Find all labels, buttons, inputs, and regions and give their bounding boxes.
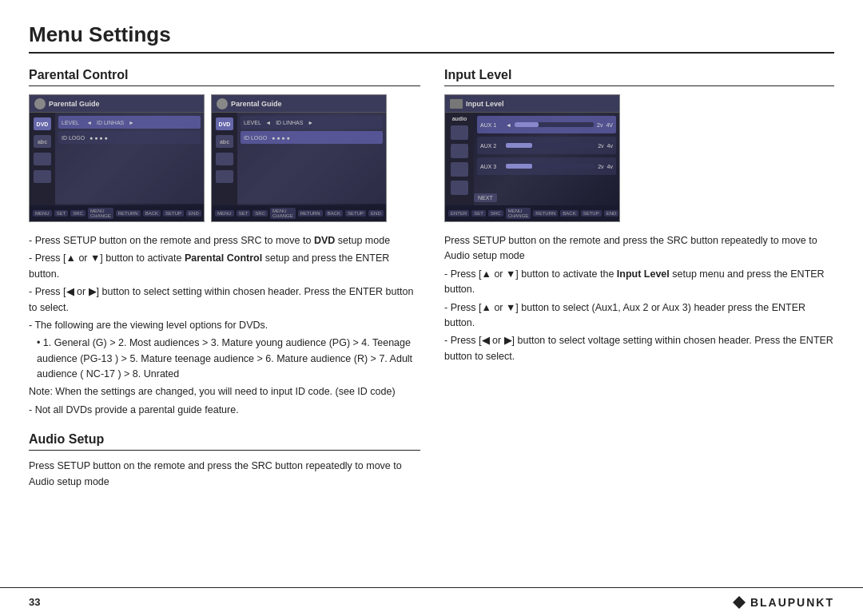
pg-content-1: LEVEL ◄ ID LINHAS ► ID LOGO ● ● ● ● bbox=[55, 113, 204, 204]
il-icon-3 bbox=[451, 162, 468, 177]
il-topbar: Input Level bbox=[445, 95, 619, 113]
il-icon-2 bbox=[451, 144, 468, 158]
pc-text-6: Note: When the settings are changed, you… bbox=[29, 384, 420, 399]
input-level-heading: Input Level bbox=[444, 68, 834, 86]
il-aux2-bar bbox=[506, 143, 595, 148]
pg-eq-icon-2 bbox=[216, 153, 233, 165]
pg-abc-icon: abc bbox=[34, 135, 51, 148]
left-column: Parental Control Parental Guide DVD bbox=[29, 68, 420, 492]
pg-topbar-label-1: Parental Guide bbox=[49, 100, 100, 108]
il-aux3-row: AUX 3 2v 4v bbox=[477, 157, 616, 175]
il-aux2-row: AUX 2 2v 4v bbox=[477, 137, 616, 154]
il-audio-label: audio bbox=[452, 116, 467, 121]
pg-topbar-label-2: Parental Guide bbox=[231, 100, 282, 108]
pg-eq-icon bbox=[34, 153, 51, 165]
il-aux1-fill bbox=[515, 122, 539, 127]
il-aux1-bar bbox=[515, 122, 594, 127]
il-disc-icon bbox=[450, 99, 463, 109]
as-text-1: Press SETUP button on the remote and pre… bbox=[29, 459, 420, 490]
pg-dvd-icon-2: DVD bbox=[216, 117, 233, 130]
page-footer: 33 BLAUPUNKT bbox=[0, 587, 863, 616]
pg-disc-icon-2 bbox=[217, 98, 228, 109]
input-level-section: Input Level Input Level audio bbox=[444, 68, 834, 364]
pg-row-2: ID LOGO ● ● ● ● bbox=[58, 131, 201, 144]
il-text-3: - Press [◀ or ▶] button to select voltag… bbox=[444, 333, 834, 364]
main-columns: Parental Control Parental Guide DVD bbox=[29, 68, 834, 492]
pg-disc-icon-1 bbox=[34, 98, 46, 109]
audio-setup-heading: Audio Setup bbox=[29, 432, 420, 451]
pg-screen-2: Parental Guide DVD abc LEVEL ◄ ID L bbox=[212, 95, 386, 221]
svg-marker-0 bbox=[733, 596, 746, 609]
il-aux2-fill bbox=[506, 143, 532, 148]
pc-text-3: - Press [◀ or ▶] button to select settin… bbox=[29, 284, 420, 316]
il-bottombar: ENTER SET SRC MENU CHANGE RETURN BACK SE… bbox=[445, 205, 619, 221]
input-level-text: Press SETUP button on the remote and pre… bbox=[444, 233, 834, 364]
parental-screenshot-2: Parental Guide DVD abc LEVEL ◄ ID L bbox=[211, 94, 387, 222]
il-aux1-row: AUX 1 ◄ 2v 4V bbox=[477, 116, 616, 133]
parental-control-section: Parental Control Parental Guide DVD bbox=[29, 68, 420, 418]
pg-dvd-icon: DVD bbox=[34, 117, 51, 130]
il-icon-4 bbox=[451, 181, 468, 195]
il-text-1: - Press [▲ or ▼] button to activate the … bbox=[444, 267, 834, 298]
brand-diamond-icon bbox=[733, 596, 746, 609]
il-text-2: - Press [▲ or ▼] button to select (Aux1,… bbox=[444, 300, 834, 332]
pg-row2-1: LEVEL ◄ ID LINHAS ► bbox=[241, 116, 383, 129]
parental-control-heading: Parental Control bbox=[29, 68, 420, 86]
pg-row2-2: ID LOGO ● ● ● ● bbox=[241, 131, 383, 144]
pg-settings-icon bbox=[34, 170, 51, 183]
parental-control-text: - Press SETUP button on the remote and p… bbox=[29, 233, 420, 418]
pg-bottombar-2: MENU SET SRC MENU CHANGE RETURN BACK SET… bbox=[212, 205, 386, 221]
input-level-screenshot: Input Level audio AUX 1 ◄ bbox=[444, 94, 620, 222]
pc-text-7: - Not all DVDs provide a parental guide … bbox=[29, 403, 420, 418]
brand-logo: BLAUPUNKT bbox=[733, 596, 834, 609]
pc-text-4: - The following are the viewing level op… bbox=[29, 318, 420, 333]
input-level-screenshot-container: Input Level audio AUX 1 ◄ bbox=[444, 94, 834, 222]
pg-content-2: LEVEL ◄ ID LINHAS ► ID LOGO ● ● ● ● bbox=[237, 113, 386, 204]
audio-setup-text: Press SETUP button on the remote and pre… bbox=[29, 459, 420, 490]
page-title: Menu Settings bbox=[29, 22, 834, 54]
il-icon-1 bbox=[451, 125, 468, 140]
page-container: Menu Settings Parental Control Parental … bbox=[0, 0, 863, 508]
il-aux3-fill bbox=[506, 164, 532, 169]
pg-settings-icon-2 bbox=[216, 170, 233, 183]
il-intro-text: Press SETUP button on the remote and pre… bbox=[444, 233, 834, 264]
audio-setup-section: Audio Setup Press SETUP button on the re… bbox=[29, 432, 420, 490]
page-number: 33 bbox=[29, 596, 40, 608]
il-topbar-label: Input Level bbox=[466, 100, 504, 108]
brand-name: BLAUPUNKT bbox=[750, 596, 834, 609]
pc-text-5: • 1. General (G) > 2. Most audiences > 3… bbox=[29, 336, 420, 382]
pg-abc-icon-2: abc bbox=[216, 135, 233, 148]
il-next-button: NEXT bbox=[474, 193, 497, 202]
il-aux3-bar bbox=[506, 164, 595, 169]
il-content: AUX 1 ◄ 2v 4V AUX 2 bbox=[474, 113, 619, 204]
pg-row-1: LEVEL ◄ ID LINHAS ► bbox=[58, 116, 201, 129]
parental-screenshot-1: Parental Guide DVD abc LEVEL ◄ ID bbox=[29, 94, 205, 222]
pg-screen-1: Parental Guide DVD abc LEVEL ◄ ID bbox=[30, 95, 204, 221]
pg-topbar-2: Parental Guide bbox=[212, 95, 386, 113]
pg-topbar-1: Parental Guide bbox=[30, 95, 204, 113]
pc-text-1: - Press SETUP button on the remote and p… bbox=[29, 233, 420, 248]
parental-control-screenshots: Parental Guide DVD abc LEVEL ◄ ID bbox=[29, 94, 420, 222]
pg-bottombar-1: MENU SET SRC MENU CHANGE RETURN BACK SET… bbox=[30, 205, 204, 221]
right-column: Input Level Input Level audio bbox=[444, 68, 834, 492]
pc-text-2: - Press [▲ or ▼] button to activate Pare… bbox=[29, 251, 420, 282]
